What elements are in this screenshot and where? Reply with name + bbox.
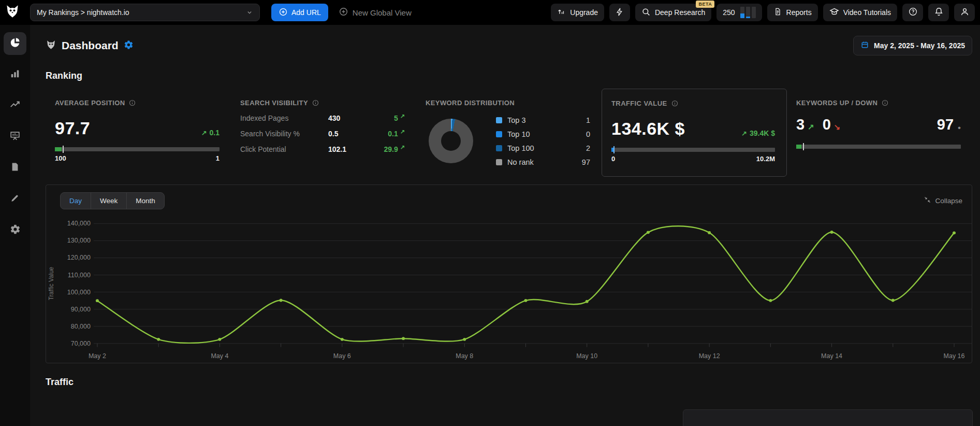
info-icon[interactable] — [128, 99, 136, 107]
ranking-cards-row: AVERAGE POSITION 97.7 ↗ 0.1 100 1 — [46, 89, 972, 177]
sidebar-item-site-audit[interactable] — [4, 125, 26, 148]
page-title-wrap: Dashboard — [46, 39, 134, 52]
tab-week[interactable]: Week — [91, 193, 126, 209]
keywords-up-down-card: KEYWORDS UP / DOWN 3 ↗ 0 ↘ 97 • — [787, 89, 972, 177]
legend-row-top10: Top 10 0 — [496, 127, 590, 141]
sidebar-item-trends[interactable] — [4, 94, 26, 117]
svg-text:May 6: May 6 — [333, 352, 351, 360]
bar-chart-icon — [9, 68, 21, 81]
new-global-view-label: New Global View — [353, 8, 412, 17]
main-content: Dashboard May 2, 2025 - May 16, 2025 Ran… — [30, 34, 980, 388]
add-url-button[interactable]: Add URL — [271, 4, 328, 21]
nightwatch-logo[interactable] — [0, 0, 25, 25]
keywords-down-count: 0 — [823, 117, 831, 132]
traffic-section-title: Traffic — [46, 377, 972, 388]
bar-fill — [55, 147, 62, 151]
dot-icon: • — [958, 123, 961, 132]
keywords-up-count: 3 — [796, 117, 805, 132]
add-url-label: Add URL — [291, 8, 321, 17]
keywords-up-down-bar — [796, 145, 961, 149]
average-position-delta: ↗ 0.1 — [201, 129, 220, 137]
owl-mini-icon — [46, 39, 56, 52]
bell-icon — [934, 7, 944, 18]
pencil-icon — [10, 193, 20, 205]
svg-text:100,000: 100,000 — [67, 289, 91, 296]
date-range-picker[interactable]: May 2, 2025 - May 16, 2025 — [853, 36, 972, 55]
legend-row-norank: No rank 97 — [496, 155, 590, 169]
dashboard-settings-gear-icon[interactable] — [124, 40, 134, 52]
traffic-value-line-chart[interactable]: 70,00080,00090,000100,000110,000120,0001… — [46, 210, 972, 363]
tab-day[interactable]: Day — [61, 193, 91, 209]
legend-row-top3: Top 3 1 — [496, 113, 590, 127]
trend-up-icon: ↗ — [400, 113, 405, 122]
svg-text:140,000: 140,000 — [67, 220, 91, 228]
info-icon[interactable] — [312, 99, 319, 107]
sidebar-item-pages[interactable] — [4, 157, 26, 179]
sidebar-item-notes[interactable] — [4, 188, 26, 210]
sidebar-item-settings[interactable] — [4, 219, 26, 242]
svg-text:May 2: May 2 — [89, 352, 106, 360]
card-label: KEYWORD DISTRIBUTION — [426, 99, 590, 107]
info-icon[interactable] — [881, 99, 889, 107]
svg-text:May 14: May 14 — [821, 352, 842, 360]
presentation-board-icon — [9, 130, 21, 144]
average-position-label: AVERAGE POSITION — [55, 99, 125, 107]
svg-text:May 16: May 16 — [944, 352, 965, 360]
trend-up-icon: ↗ — [808, 122, 814, 132]
keyword-legend: Top 3 1 Top 10 0 Top 100 2 — [496, 113, 590, 169]
keywords-no-change: 97 • — [937, 117, 961, 132]
quick-actions-button[interactable] — [609, 4, 630, 21]
upgrade-button[interactable]: Upgrade — [551, 4, 604, 21]
keywords-up-down-values: 3 ↗ 0 ↘ 97 • — [796, 117, 961, 132]
graduation-cap-icon — [829, 7, 839, 18]
video-tutorials-button[interactable]: Video Tutorials — [823, 4, 897, 21]
report-document-icon — [773, 7, 782, 18]
collapse-button[interactable]: Collapse — [924, 196, 962, 205]
search-visibility-card: SEARCH VISIBILITY Indexed Pages 430 5↗ S… — [231, 89, 416, 177]
upgrade-label: Upgrade — [570, 8, 598, 17]
trending-up-icon — [9, 99, 21, 112]
info-icon[interactable] — [671, 100, 679, 107]
legend-swatch — [496, 131, 502, 137]
svg-text:May 10: May 10 — [576, 352, 597, 360]
average-position-value: 97.7 — [55, 119, 90, 137]
traffic-value-delta: ↗ 39.4K $ — [741, 129, 775, 137]
legend-row-top100: Top 100 2 — [496, 141, 590, 155]
user-icon — [960, 7, 970, 18]
gear-icon — [10, 224, 21, 237]
lightning-bolt-icon — [615, 7, 624, 18]
beta-badge: BETA — [696, 1, 714, 8]
account-button[interactable] — [954, 4, 975, 21]
page-header: Dashboard May 2, 2025 - May 16, 2025 — [46, 34, 972, 57]
credits-value: 250 — [723, 8, 735, 17]
svg-text:130,000: 130,000 — [67, 237, 91, 245]
collapse-icon — [924, 196, 931, 205]
traffic-value-card[interactable]: TRAFFIC VALUE 134.6K $ ↗ 39.4K $ 0 10.2M — [602, 89, 787, 177]
credits-button[interactable]: 250 — [716, 4, 762, 21]
average-position-card: AVERAGE POSITION 97.7 ↗ 0.1 100 1 — [46, 89, 231, 177]
sidebar-item-dashboard[interactable] — [4, 32, 26, 55]
deep-research-label: Deep Research — [655, 8, 705, 17]
svg-text:May 4: May 4 — [211, 352, 228, 360]
traffic-value-value: 134.6K $ — [611, 120, 685, 137]
tab-month[interactable]: Month — [126, 193, 164, 209]
deep-research-button[interactable]: Deep Research BETA — [635, 4, 711, 21]
ranking-section-title: Ranking — [46, 70, 972, 81]
bar-marker — [63, 146, 64, 153]
card-label: KEYWORDS UP / DOWN — [796, 99, 961, 107]
top-bar: My Rankings > nightwatch.io Add URL New … — [0, 0, 980, 25]
reports-button[interactable]: Reports — [767, 4, 818, 21]
traffic-value-label: TRAFFIC VALUE — [611, 100, 667, 107]
keyword-distribution-body: Top 3 1 Top 10 0 Top 100 2 — [426, 113, 590, 169]
svg-text:70,000: 70,000 — [71, 340, 91, 347]
bar-marker — [803, 143, 804, 150]
help-button[interactable] — [902, 4, 923, 21]
calendar-icon — [860, 40, 869, 51]
sidebar-item-rankings[interactable] — [4, 63, 26, 86]
click-potential-row: Click Potential 102.1 29.9↗ — [240, 145, 405, 153]
new-global-view-button[interactable]: New Global View — [339, 7, 412, 18]
left-sidebar — [0, 25, 30, 426]
notifications-button[interactable] — [928, 4, 949, 21]
plus-circle-icon — [279, 7, 288, 18]
project-selector[interactable]: My Rankings > nightwatch.io — [30, 4, 260, 21]
